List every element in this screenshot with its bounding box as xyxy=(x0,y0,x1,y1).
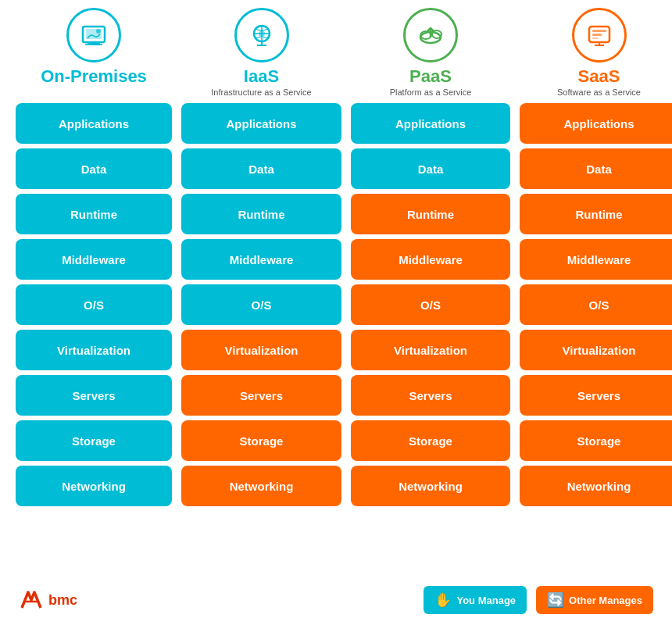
cell-on-premises-applications: Applications xyxy=(16,103,172,144)
paas-subtitle: Platform as a Service xyxy=(390,88,472,97)
you-manage-legend: ✋ You Manage xyxy=(424,586,527,614)
saas-subtitle: Software as a Service xyxy=(557,88,641,97)
cell-on-premises-os: O/S xyxy=(16,284,172,325)
cell-paas-virtualization: Virtualization xyxy=(351,330,510,370)
bmc-label: bmc xyxy=(48,592,77,609)
on-premises-icon xyxy=(66,8,121,62)
you-manage-icon: ✋ xyxy=(434,591,452,609)
cell-iaas-runtime: Runtime xyxy=(181,194,341,234)
cell-paas-runtime: Runtime xyxy=(351,194,510,234)
cell-saas-middleware: Middleware xyxy=(520,239,672,280)
cell-saas-storage: Storage xyxy=(520,420,672,461)
comparison-grid: ApplicationsDataRuntimeMiddlewareO/SVirt… xyxy=(8,103,664,577)
other-manages-legend: 🔄 Other Manages xyxy=(536,586,653,614)
col-saas: ApplicationsDataRuntimeMiddlewareO/SVirt… xyxy=(515,103,672,577)
cell-saas-applications: Applications xyxy=(520,103,672,144)
cell-paas-storage: Storage xyxy=(351,420,510,461)
header-paas: PaaS Platform as a Service xyxy=(346,8,515,97)
header-on-premises: On-Premises xyxy=(11,8,177,97)
cell-on-premises-virtualization: Virtualization xyxy=(16,330,172,370)
cell-paas-networking: Networking xyxy=(351,466,510,506)
svg-rect-15 xyxy=(592,30,606,32)
cell-paas-applications: Applications xyxy=(351,103,510,144)
cell-on-premises-middleware: Middleware xyxy=(16,239,172,280)
paas-title: PaaS xyxy=(409,67,452,86)
cell-iaas-applications: Applications xyxy=(181,103,341,144)
cell-iaas-networking: Networking xyxy=(181,466,341,506)
you-manage-label: You Manage xyxy=(456,595,516,606)
cell-saas-os: O/S xyxy=(520,284,672,325)
cell-on-premises-networking: Networking xyxy=(16,466,172,506)
svg-rect-2 xyxy=(85,44,102,45)
svg-rect-17 xyxy=(592,38,599,39)
cell-saas-data: Data xyxy=(520,148,672,189)
cell-iaas-servers: Servers xyxy=(181,375,341,416)
main-container: On-Premises IaaS Infrastructure as a Ser… xyxy=(0,0,672,625)
cell-saas-runtime: Runtime xyxy=(520,194,672,234)
cell-iaas-data: Data xyxy=(181,148,341,189)
iaas-subtitle: Infrastructure as a Service xyxy=(211,88,311,97)
cell-paas-middleware: Middleware xyxy=(351,239,510,280)
cell-iaas-middleware: Middleware xyxy=(181,239,341,280)
other-manages-icon: 🔄 xyxy=(547,591,564,609)
bmc-logo: bmc xyxy=(19,589,77,611)
cell-iaas-virtualization: Virtualization xyxy=(181,330,341,370)
header: On-Premises IaaS Infrastructure as a Ser… xyxy=(8,8,664,97)
legend: ✋ You Manage 🔄 Other Manages xyxy=(424,586,653,614)
header-saas: SaaS Software as a Service xyxy=(515,8,672,97)
iaas-icon xyxy=(234,8,289,62)
cell-saas-virtualization: Virtualization xyxy=(520,330,672,370)
on-premises-title: On-Premises xyxy=(41,67,147,86)
iaas-title: IaaS xyxy=(244,67,279,86)
svg-rect-16 xyxy=(592,34,602,36)
footer: bmc ✋ You Manage 🔄 Other Manages xyxy=(8,580,664,617)
cell-iaas-os: O/S xyxy=(181,284,341,325)
cell-on-premises-data: Data xyxy=(16,148,172,189)
cell-on-premises-servers: Servers xyxy=(16,375,172,416)
col-iaas: ApplicationsDataRuntimeMiddlewareO/SVirt… xyxy=(177,103,346,577)
col-paas: ApplicationsDataRuntimeMiddlewareO/SVirt… xyxy=(346,103,515,577)
paas-icon xyxy=(403,8,458,62)
cell-on-premises-storage: Storage xyxy=(16,420,172,461)
saas-icon xyxy=(572,8,627,62)
cell-saas-networking: Networking xyxy=(520,466,672,506)
cell-on-premises-runtime: Runtime xyxy=(16,194,172,234)
cell-paas-servers: Servers xyxy=(351,375,510,416)
header-iaas: IaaS Infrastructure as a Service xyxy=(177,8,346,97)
svg-point-4 xyxy=(96,29,101,34)
other-manages-label: Other Manages xyxy=(569,595,642,606)
cell-paas-data: Data xyxy=(351,148,510,189)
col-on-premises: ApplicationsDataRuntimeMiddlewareO/SVirt… xyxy=(11,103,177,577)
cell-iaas-storage: Storage xyxy=(181,420,341,461)
cell-paas-os: O/S xyxy=(351,284,510,325)
cell-saas-servers: Servers xyxy=(520,375,672,416)
saas-title: SaaS xyxy=(578,67,620,86)
